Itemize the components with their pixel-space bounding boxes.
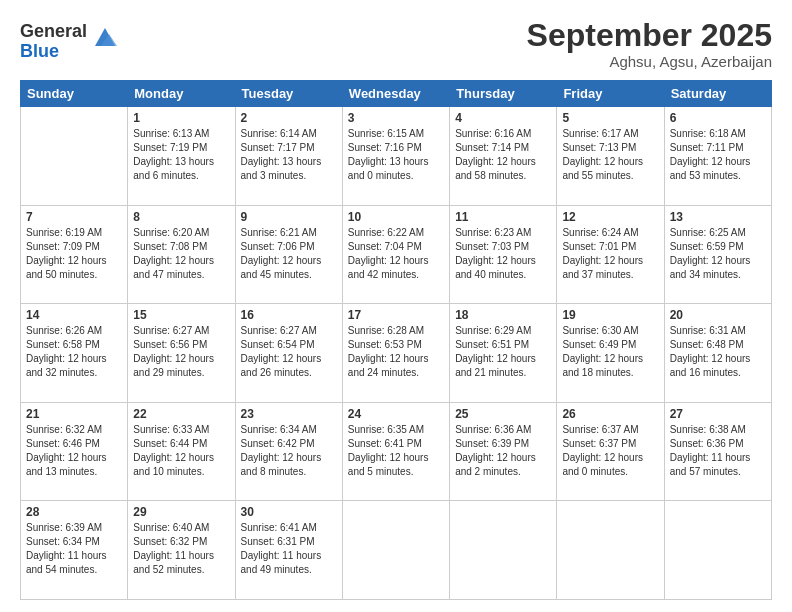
sunrise: Sunrise: 6:22 AM (348, 227, 424, 238)
sunset: Sunset: 7:14 PM (455, 142, 529, 153)
day-number: 17 (348, 308, 444, 322)
daylight: Daylight: 12 hours and 47 minutes. (133, 255, 214, 280)
sunrise: Sunrise: 6:28 AM (348, 325, 424, 336)
sunrise: Sunrise: 6:14 AM (241, 128, 317, 139)
daylight: Daylight: 12 hours and 29 minutes. (133, 353, 214, 378)
calendar-table: SundayMondayTuesdayWednesdayThursdayFrid… (20, 80, 772, 600)
sunrise: Sunrise: 6:37 AM (562, 424, 638, 435)
daylight: Daylight: 13 hours and 6 minutes. (133, 156, 214, 181)
sunset: Sunset: 6:54 PM (241, 339, 315, 350)
day-number: 22 (133, 407, 229, 421)
calendar-cell: 18Sunrise: 6:29 AMSunset: 6:51 PMDayligh… (450, 304, 557, 403)
sunrise: Sunrise: 6:13 AM (133, 128, 209, 139)
sunset: Sunset: 6:36 PM (670, 438, 744, 449)
day-number: 1 (133, 111, 229, 125)
day-number: 27 (670, 407, 766, 421)
page: General Blue September 2025 Aghsu, Agsu,… (0, 0, 792, 612)
calendar-cell: 14Sunrise: 6:26 AMSunset: 6:58 PMDayligh… (21, 304, 128, 403)
calendar-cell: 3Sunrise: 6:15 AMSunset: 7:16 PMDaylight… (342, 107, 449, 206)
calendar-cell: 6Sunrise: 6:18 AMSunset: 7:11 PMDaylight… (664, 107, 771, 206)
daylight: Daylight: 12 hours and 13 minutes. (26, 452, 107, 477)
cell-info: Sunrise: 6:15 AMSunset: 7:16 PMDaylight:… (348, 127, 444, 183)
daylight: Daylight: 12 hours and 18 minutes. (562, 353, 643, 378)
sunrise: Sunrise: 6:17 AM (562, 128, 638, 139)
daylight: Daylight: 12 hours and 10 minutes. (133, 452, 214, 477)
sunset: Sunset: 7:08 PM (133, 241, 207, 252)
calendar-cell: 19Sunrise: 6:30 AMSunset: 6:49 PMDayligh… (557, 304, 664, 403)
calendar-cell: 7Sunrise: 6:19 AMSunset: 7:09 PMDaylight… (21, 205, 128, 304)
calendar-cell: 8Sunrise: 6:20 AMSunset: 7:08 PMDaylight… (128, 205, 235, 304)
sunrise: Sunrise: 6:15 AM (348, 128, 424, 139)
sunset: Sunset: 7:17 PM (241, 142, 315, 153)
cell-info: Sunrise: 6:18 AMSunset: 7:11 PMDaylight:… (670, 127, 766, 183)
header: General Blue September 2025 Aghsu, Agsu,… (20, 18, 772, 70)
cell-info: Sunrise: 6:30 AMSunset: 6:49 PMDaylight:… (562, 324, 658, 380)
day-number: 16 (241, 308, 337, 322)
sunset: Sunset: 7:09 PM (26, 241, 100, 252)
cell-info: Sunrise: 6:26 AMSunset: 6:58 PMDaylight:… (26, 324, 122, 380)
logo-general: General (20, 22, 87, 42)
sunrise: Sunrise: 6:27 AM (133, 325, 209, 336)
sunset: Sunset: 7:01 PM (562, 241, 636, 252)
sunset: Sunset: 6:32 PM (133, 536, 207, 547)
sunrise: Sunrise: 6:27 AM (241, 325, 317, 336)
day-number: 2 (241, 111, 337, 125)
sunrise: Sunrise: 6:33 AM (133, 424, 209, 435)
calendar-cell (664, 501, 771, 600)
day-number: 8 (133, 210, 229, 224)
daylight: Daylight: 12 hours and 24 minutes. (348, 353, 429, 378)
calendar-cell: 15Sunrise: 6:27 AMSunset: 6:56 PMDayligh… (128, 304, 235, 403)
daylight: Daylight: 12 hours and 8 minutes. (241, 452, 322, 477)
title-block: September 2025 Aghsu, Agsu, Azerbaijan (527, 18, 772, 70)
daylight: Daylight: 12 hours and 26 minutes. (241, 353, 322, 378)
sunset: Sunset: 6:34 PM (26, 536, 100, 547)
weekday-header: Thursday (450, 81, 557, 107)
daylight: Daylight: 12 hours and 37 minutes. (562, 255, 643, 280)
cell-info: Sunrise: 6:32 AMSunset: 6:46 PMDaylight:… (26, 423, 122, 479)
daylight: Daylight: 12 hours and 55 minutes. (562, 156, 643, 181)
day-number: 12 (562, 210, 658, 224)
calendar-week-row: 14Sunrise: 6:26 AMSunset: 6:58 PMDayligh… (21, 304, 772, 403)
calendar-week-row: 7Sunrise: 6:19 AMSunset: 7:09 PMDaylight… (21, 205, 772, 304)
cell-info: Sunrise: 6:38 AMSunset: 6:36 PMDaylight:… (670, 423, 766, 479)
cell-info: Sunrise: 6:16 AMSunset: 7:14 PMDaylight:… (455, 127, 551, 183)
cell-info: Sunrise: 6:41 AMSunset: 6:31 PMDaylight:… (241, 521, 337, 577)
day-number: 29 (133, 505, 229, 519)
daylight: Daylight: 11 hours and 57 minutes. (670, 452, 751, 477)
calendar-header-row: SundayMondayTuesdayWednesdayThursdayFrid… (21, 81, 772, 107)
daylight: Daylight: 12 hours and 45 minutes. (241, 255, 322, 280)
cell-info: Sunrise: 6:24 AMSunset: 7:01 PMDaylight:… (562, 226, 658, 282)
weekday-header: Wednesday (342, 81, 449, 107)
calendar-cell: 10Sunrise: 6:22 AMSunset: 7:04 PMDayligh… (342, 205, 449, 304)
location: Aghsu, Agsu, Azerbaijan (527, 53, 772, 70)
cell-info: Sunrise: 6:36 AMSunset: 6:39 PMDaylight:… (455, 423, 551, 479)
daylight: Daylight: 12 hours and 2 minutes. (455, 452, 536, 477)
sunrise: Sunrise: 6:18 AM (670, 128, 746, 139)
day-number: 28 (26, 505, 122, 519)
logo-text: General Blue (20, 22, 87, 62)
daylight: Daylight: 12 hours and 34 minutes. (670, 255, 751, 280)
sunrise: Sunrise: 6:23 AM (455, 227, 531, 238)
calendar-cell: 26Sunrise: 6:37 AMSunset: 6:37 PMDayligh… (557, 402, 664, 501)
sunset: Sunset: 6:56 PM (133, 339, 207, 350)
day-number: 14 (26, 308, 122, 322)
sunrise: Sunrise: 6:36 AM (455, 424, 531, 435)
daylight: Daylight: 11 hours and 49 minutes. (241, 550, 322, 575)
sunset: Sunset: 6:53 PM (348, 339, 422, 350)
sunrise: Sunrise: 6:25 AM (670, 227, 746, 238)
calendar-cell: 12Sunrise: 6:24 AMSunset: 7:01 PMDayligh… (557, 205, 664, 304)
daylight: Daylight: 12 hours and 58 minutes. (455, 156, 536, 181)
daylight: Daylight: 12 hours and 53 minutes. (670, 156, 751, 181)
sunset: Sunset: 7:19 PM (133, 142, 207, 153)
sunrise: Sunrise: 6:16 AM (455, 128, 531, 139)
sunset: Sunset: 7:04 PM (348, 241, 422, 252)
sunset: Sunset: 7:06 PM (241, 241, 315, 252)
weekday-header: Friday (557, 81, 664, 107)
day-number: 3 (348, 111, 444, 125)
calendar-cell: 23Sunrise: 6:34 AMSunset: 6:42 PMDayligh… (235, 402, 342, 501)
sunset: Sunset: 6:31 PM (241, 536, 315, 547)
calendar-week-row: 21Sunrise: 6:32 AMSunset: 6:46 PMDayligh… (21, 402, 772, 501)
sunset: Sunset: 6:59 PM (670, 241, 744, 252)
sunrise: Sunrise: 6:21 AM (241, 227, 317, 238)
calendar-week-row: 1Sunrise: 6:13 AMSunset: 7:19 PMDaylight… (21, 107, 772, 206)
